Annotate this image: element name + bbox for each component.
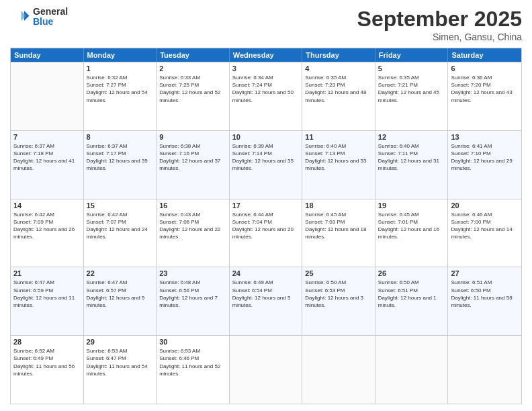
cell-info: Sunrise: 6:48 AMSunset: 6:56 PMDaylight:… — [159, 279, 226, 309]
cell-info: Sunrise: 6:36 AMSunset: 7:20 PMDaylight:… — [451, 74, 519, 104]
cell-info: Sunrise: 6:45 AMSunset: 7:03 PMDaylight:… — [305, 211, 372, 241]
day-number: 29 — [87, 338, 154, 346]
cal-cell-2-1: 15Sunrise: 6:42 AMSunset: 7:07 PMDayligh… — [84, 199, 157, 267]
cal-cell-3-1: 22Sunrise: 6:47 AMSunset: 6:57 PMDayligh… — [84, 267, 157, 335]
cal-cell-2-3: 17Sunrise: 6:44 AMSunset: 7:04 PMDayligh… — [230, 199, 303, 267]
cell-info: Sunrise: 6:35 AMSunset: 7:23 PMDaylight:… — [305, 74, 372, 104]
cal-cell-4-0: 28Sunrise: 6:52 AMSunset: 6:49 PMDayligh… — [11, 336, 84, 404]
day-number: 16 — [159, 201, 226, 210]
cal-cell-1-3: 10Sunrise: 6:39 AMSunset: 7:14 PMDayligh… — [230, 131, 303, 199]
day-number: 14 — [13, 201, 81, 210]
cal-cell-4-2: 30Sunrise: 6:53 AMSunset: 6:46 PMDayligh… — [157, 336, 230, 404]
cell-info: Sunrise: 6:40 AMSunset: 7:11 PMDaylight:… — [378, 142, 445, 173]
day-number: 27 — [451, 269, 519, 277]
cal-cell-4-3 — [230, 336, 303, 404]
cal-cell-0-2: 2Sunrise: 6:33 AMSunset: 7:25 PMDaylight… — [157, 62, 230, 130]
cal-cell-3-3: 24Sunrise: 6:49 AMSunset: 6:54 PMDayligh… — [230, 267, 303, 335]
col-header-thursday: Thursday — [302, 48, 375, 62]
cal-cell-2-5: 19Sunrise: 6:45 AMSunset: 7:01 PMDayligh… — [375, 199, 449, 267]
cal-cell-0-3: 3Sunrise: 6:34 AMSunset: 7:24 PMDaylight… — [230, 62, 303, 130]
col-header-sunday: Sunday — [11, 48, 84, 62]
cal-cell-2-4: 18Sunrise: 6:45 AMSunset: 7:03 PMDayligh… — [302, 199, 375, 267]
col-header-tuesday: Tuesday — [157, 48, 230, 62]
day-number: 5 — [378, 64, 445, 73]
day-number: 15 — [87, 201, 154, 210]
cell-info: Sunrise: 6:44 AMSunset: 7:04 PMDaylight:… — [232, 211, 300, 241]
cell-info: Sunrise: 6:47 AMSunset: 6:59 PMDaylight:… — [13, 279, 81, 309]
cell-info: Sunrise: 6:50 AMSunset: 6:53 PMDaylight:… — [305, 279, 372, 309]
cal-cell-0-5: 5Sunrise: 6:35 AMSunset: 7:21 PMDaylight… — [375, 62, 449, 130]
calendar: SundayMondayTuesdayWednesdayThursdayFrid… — [10, 48, 522, 404]
day-number: 24 — [232, 269, 300, 277]
cell-info: Sunrise: 6:32 AMSunset: 7:27 PMDaylight:… — [87, 74, 154, 104]
cal-cell-0-6: 6Sunrise: 6:36 AMSunset: 7:20 PMDaylight… — [448, 62, 521, 130]
day-number: 13 — [451, 133, 519, 141]
day-number: 11 — [305, 133, 372, 141]
day-number: 10 — [232, 133, 300, 141]
day-number: 9 — [159, 133, 226, 141]
day-number: 22 — [87, 269, 154, 277]
cal-cell-3-4: 25Sunrise: 6:50 AMSunset: 6:53 PMDayligh… — [302, 267, 375, 335]
cal-cell-1-6: 13Sunrise: 6:41 AMSunset: 7:10 PMDayligh… — [448, 131, 521, 199]
day-number: 28 — [13, 338, 81, 346]
title-block: September 2025 Simen, Gansu, China — [357, 7, 522, 42]
cell-info: Sunrise: 6:42 AMSunset: 7:07 PMDaylight:… — [87, 211, 154, 241]
calendar-header: SundayMondayTuesdayWednesdayThursdayFrid… — [11, 48, 521, 62]
week-row-2: 14Sunrise: 6:42 AMSunset: 7:09 PMDayligh… — [11, 199, 521, 267]
cell-info: Sunrise: 6:43 AMSunset: 7:06 PMDaylight:… — [159, 211, 226, 241]
logo: General Blue — [10, 7, 68, 28]
logo-blue-text: Blue — [33, 17, 68, 27]
week-row-1: 7Sunrise: 6:37 AMSunset: 7:18 PMDaylight… — [11, 130, 521, 199]
cell-info: Sunrise: 6:37 AMSunset: 7:17 PMDaylight:… — [87, 142, 154, 173]
cell-info: Sunrise: 6:46 AMSunset: 7:00 PMDaylight:… — [451, 211, 519, 241]
day-number: 20 — [451, 201, 519, 210]
cal-cell-1-4: 11Sunrise: 6:40 AMSunset: 7:13 PMDayligh… — [302, 131, 375, 199]
cal-cell-3-2: 23Sunrise: 6:48 AMSunset: 6:56 PMDayligh… — [157, 267, 230, 335]
location: Simen, Gansu, China — [357, 32, 522, 42]
day-number: 4 — [305, 64, 372, 73]
col-header-wednesday: Wednesday — [230, 48, 303, 62]
cell-info: Sunrise: 6:51 AMSunset: 6:50 PMDaylight:… — [451, 279, 519, 309]
cell-info: Sunrise: 6:50 AMSunset: 6:51 PMDaylight:… — [378, 279, 445, 309]
cal-cell-0-0 — [11, 62, 84, 130]
day-number: 6 — [451, 64, 519, 73]
week-row-0: 1Sunrise: 6:32 AMSunset: 7:27 PMDaylight… — [11, 62, 521, 130]
header: General Blue September 2025 Simen, Gansu… — [10, 7, 522, 42]
day-number: 30 — [159, 338, 226, 346]
logo-text: General Blue — [33, 7, 68, 28]
week-row-4: 28Sunrise: 6:52 AMSunset: 6:49 PMDayligh… — [11, 335, 521, 404]
week-row-3: 21Sunrise: 6:47 AMSunset: 6:59 PMDayligh… — [11, 267, 521, 335]
day-number: 18 — [305, 201, 372, 210]
cal-cell-2-6: 20Sunrise: 6:46 AMSunset: 7:00 PMDayligh… — [448, 199, 521, 267]
cell-info: Sunrise: 6:53 AMSunset: 6:47 PMDaylight:… — [87, 347, 154, 377]
day-number: 3 — [232, 64, 300, 73]
cal-cell-4-1: 29Sunrise: 6:53 AMSunset: 6:47 PMDayligh… — [84, 336, 157, 404]
cell-info: Sunrise: 6:49 AMSunset: 6:54 PMDaylight:… — [232, 279, 300, 309]
cal-cell-1-2: 9Sunrise: 6:38 AMSunset: 7:16 PMDaylight… — [157, 131, 230, 199]
cal-cell-2-0: 14Sunrise: 6:42 AMSunset: 7:09 PMDayligh… — [11, 199, 84, 267]
cal-cell-3-6: 27Sunrise: 6:51 AMSunset: 6:50 PMDayligh… — [448, 267, 521, 335]
calendar-body: 1Sunrise: 6:32 AMSunset: 7:27 PMDaylight… — [11, 62, 521, 404]
cell-info: Sunrise: 6:47 AMSunset: 6:57 PMDaylight:… — [87, 279, 154, 309]
day-number: 17 — [232, 201, 300, 210]
cal-cell-1-5: 12Sunrise: 6:40 AMSunset: 7:11 PMDayligh… — [375, 131, 449, 199]
day-number: 1 — [87, 64, 154, 73]
cell-info: Sunrise: 6:52 AMSunset: 6:49 PMDaylight:… — [13, 347, 81, 377]
cal-cell-3-5: 26Sunrise: 6:50 AMSunset: 6:51 PMDayligh… — [375, 267, 449, 335]
logo-icon — [10, 7, 30, 27]
cal-cell-4-5 — [375, 336, 449, 404]
cell-info: Sunrise: 6:40 AMSunset: 7:13 PMDaylight:… — [305, 142, 372, 173]
day-number: 23 — [159, 269, 226, 277]
day-number: 2 — [159, 64, 226, 73]
day-number: 7 — [13, 133, 81, 141]
cell-info: Sunrise: 6:33 AMSunset: 7:25 PMDaylight:… — [159, 74, 226, 104]
month-title: September 2025 — [357, 7, 522, 32]
cal-cell-0-1: 1Sunrise: 6:32 AMSunset: 7:27 PMDaylight… — [84, 62, 157, 130]
cal-cell-1-1: 8Sunrise: 6:37 AMSunset: 7:17 PMDaylight… — [84, 131, 157, 199]
col-header-saturday: Saturday — [448, 48, 521, 62]
cal-cell-2-2: 16Sunrise: 6:43 AMSunset: 7:06 PMDayligh… — [157, 199, 230, 267]
cell-info: Sunrise: 6:35 AMSunset: 7:21 PMDaylight:… — [378, 74, 445, 104]
page: General Blue September 2025 Simen, Gansu… — [0, 0, 532, 411]
day-number: 12 — [378, 133, 445, 141]
cell-info: Sunrise: 6:38 AMSunset: 7:16 PMDaylight:… — [159, 142, 226, 173]
